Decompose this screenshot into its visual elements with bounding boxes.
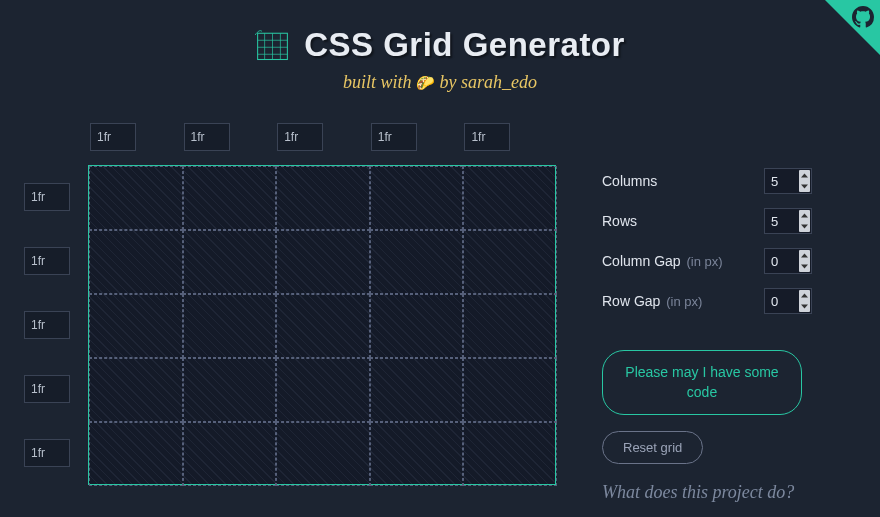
columns-label: Columns xyxy=(602,173,657,189)
github-corner[interactable] xyxy=(825,0,880,55)
grid-cell[interactable] xyxy=(463,422,557,486)
grid-cell[interactable] xyxy=(89,422,183,486)
columns-stepper[interactable] xyxy=(799,170,810,192)
generate-code-button[interactable]: Please may I have some code xyxy=(602,350,802,415)
column-gap-label: Column Gap xyxy=(602,253,681,269)
grid-cell[interactable] xyxy=(370,230,464,294)
column-unit-input[interactable] xyxy=(371,123,417,151)
column-unit-input[interactable] xyxy=(277,123,323,151)
row-unit-input[interactable] xyxy=(24,439,70,467)
column-unit-input[interactable] xyxy=(464,123,510,151)
grid-cell[interactable] xyxy=(463,166,557,230)
row-unit-inputs xyxy=(24,165,88,485)
grid-logo-icon xyxy=(255,28,290,63)
row-unit-input[interactable] xyxy=(24,375,70,403)
grid-cell[interactable] xyxy=(89,358,183,422)
rows-stepper[interactable] xyxy=(799,210,810,232)
grid-cell[interactable] xyxy=(276,358,370,422)
grid-cell[interactable] xyxy=(276,230,370,294)
column-unit-inputs xyxy=(88,123,556,155)
grid-cell[interactable] xyxy=(370,166,464,230)
subtitle-post: by sarah_edo xyxy=(440,72,538,92)
column-unit-input[interactable] xyxy=(184,123,230,151)
subtitle[interactable]: built with 🌮 by sarah_edo xyxy=(0,72,880,93)
grid-cell[interactable] xyxy=(463,230,557,294)
grid-cell[interactable] xyxy=(183,358,277,422)
row-gap-label: Row Gap xyxy=(602,293,660,309)
row-gap-stepper[interactable] xyxy=(799,290,810,312)
grid-cell[interactable] xyxy=(463,358,557,422)
grid-cell[interactable] xyxy=(370,358,464,422)
grid-cell[interactable] xyxy=(183,422,277,486)
rows-label: Rows xyxy=(602,213,637,229)
grid-cell[interactable] xyxy=(89,166,183,230)
grid-cell[interactable] xyxy=(276,166,370,230)
row-gap-hint: (in px) xyxy=(666,294,702,309)
reset-grid-button[interactable]: Reset grid xyxy=(602,431,703,464)
sidebar-controls: Columns Rows Column Gap (in px) xyxy=(602,123,812,503)
page-header: CSS Grid Generator built with 🌮 by sarah… xyxy=(0,0,880,93)
column-gap-hint: (in px) xyxy=(686,254,722,269)
row-unit-input[interactable] xyxy=(24,247,70,275)
grid-preview[interactable] xyxy=(88,165,556,485)
grid-cell[interactable] xyxy=(370,294,464,358)
grid-cell[interactable] xyxy=(183,230,277,294)
taco-icon: 🌮 xyxy=(416,75,435,91)
grid-cell[interactable] xyxy=(89,230,183,294)
column-gap-stepper[interactable] xyxy=(799,250,810,272)
grid-cell[interactable] xyxy=(183,294,277,358)
subtitle-pre: built with xyxy=(343,72,412,92)
grid-cell[interactable] xyxy=(89,294,183,358)
grid-cell[interactable] xyxy=(183,166,277,230)
github-icon xyxy=(852,6,874,28)
grid-cell[interactable] xyxy=(370,422,464,486)
what-does-this-do-link[interactable]: What does this project do? xyxy=(602,482,812,503)
page-title: CSS Grid Generator xyxy=(304,26,625,64)
row-unit-input[interactable] xyxy=(24,183,70,211)
grid-cell[interactable] xyxy=(276,294,370,358)
grid-cell[interactable] xyxy=(463,294,557,358)
column-unit-input[interactable] xyxy=(90,123,136,151)
grid-cell[interactable] xyxy=(276,422,370,486)
row-unit-input[interactable] xyxy=(24,311,70,339)
grid-editor xyxy=(24,123,556,485)
